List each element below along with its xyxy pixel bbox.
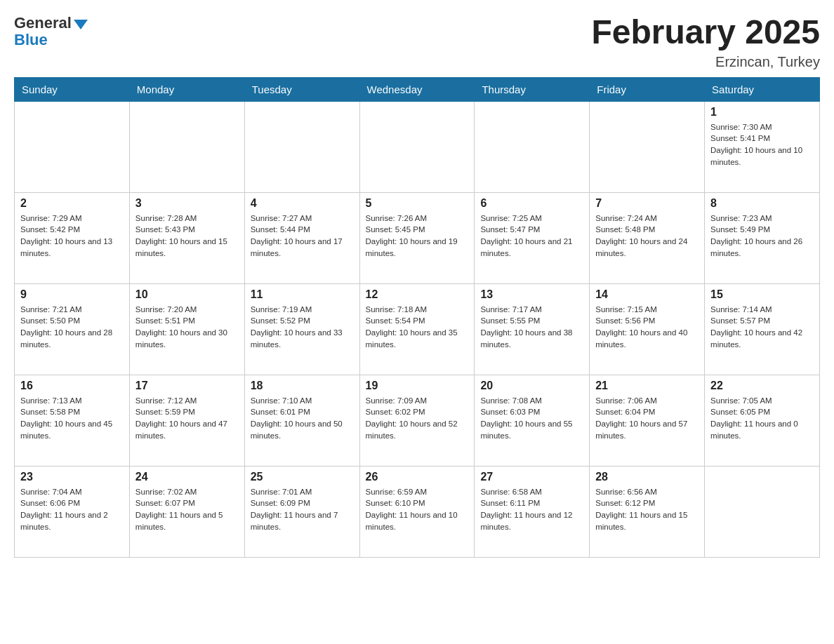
cell-week0-day3 (359, 101, 475, 192)
cell-week2-day5: 14Sunrise: 7:15 AMSunset: 5:56 PMDayligh… (590, 283, 705, 375)
cell-week2-day6: 15Sunrise: 7:14 AMSunset: 5:57 PMDayligh… (705, 283, 820, 375)
day-info: Sunrise: 7:23 AMSunset: 5:49 PMDaylight:… (710, 213, 814, 260)
header-friday: Friday (590, 77, 705, 101)
cell-week3-day1: 17Sunrise: 7:12 AMSunset: 5:59 PMDayligh… (129, 375, 244, 466)
cell-week3-day6: 22Sunrise: 7:05 AMSunset: 6:05 PMDayligh… (705, 375, 820, 466)
location: Erzincan, Turkey (591, 54, 820, 70)
day-number: 22 (710, 380, 814, 392)
cell-week4-day6 (705, 466, 820, 557)
cell-week3-day5: 21Sunrise: 7:06 AMSunset: 6:04 PMDayligh… (590, 375, 705, 466)
cell-week4-day0: 23Sunrise: 7:04 AMSunset: 6:06 PMDayligh… (15, 466, 130, 557)
cell-week4-day4: 27Sunrise: 6:58 AMSunset: 6:11 PMDayligh… (475, 466, 590, 557)
day-number: 13 (480, 288, 583, 301)
cell-week1-day2: 4Sunrise: 7:27 AMSunset: 5:44 PMDaylight… (244, 192, 359, 283)
day-info: Sunrise: 6:59 AMSunset: 6:10 PMDaylight:… (366, 486, 469, 533)
cell-week0-day1 (129, 101, 244, 192)
cell-week1-day4: 6Sunrise: 7:25 AMSunset: 5:47 PMDaylight… (475, 192, 590, 283)
day-info: Sunrise: 7:01 AMSunset: 6:09 PMDaylight:… (251, 486, 354, 533)
cell-week0-day5 (590, 101, 705, 192)
page-header: General Blue February 2025 Erzincan, Tur… (14, 14, 820, 70)
day-number: 21 (595, 380, 699, 392)
cell-week3-day4: 20Sunrise: 7:08 AMSunset: 6:03 PMDayligh… (475, 375, 590, 466)
cell-week2-day4: 13Sunrise: 7:17 AMSunset: 5:55 PMDayligh… (475, 283, 590, 375)
day-info: Sunrise: 7:18 AMSunset: 5:54 PMDaylight:… (366, 304, 469, 351)
logo-general-text: General (14, 14, 72, 32)
day-info: Sunrise: 6:58 AMSunset: 6:11 PMDaylight:… (480, 486, 583, 533)
day-info: Sunrise: 7:10 AMSunset: 6:01 PMDaylight:… (251, 395, 354, 442)
day-number: 3 (135, 197, 239, 210)
day-info: Sunrise: 7:20 AMSunset: 5:51 PMDaylight:… (135, 304, 239, 351)
cell-week1-day1: 3Sunrise: 7:28 AMSunset: 5:43 PMDaylight… (129, 192, 244, 283)
day-number: 24 (135, 471, 239, 483)
cell-week3-day3: 19Sunrise: 7:09 AMSunset: 6:02 PMDayligh… (359, 375, 475, 466)
cell-week4-day5: 28Sunrise: 6:56 AMSunset: 6:12 PMDayligh… (590, 466, 705, 557)
logo-blue-text: Blue (14, 31, 48, 49)
cell-week0-day2 (244, 101, 359, 192)
cell-week1-day6: 8Sunrise: 7:23 AMSunset: 5:49 PMDaylight… (705, 192, 820, 283)
cell-week4-day1: 24Sunrise: 7:02 AMSunset: 6:07 PMDayligh… (129, 466, 244, 557)
week-row-4: 23Sunrise: 7:04 AMSunset: 6:06 PMDayligh… (15, 466, 820, 557)
day-number: 9 (20, 288, 124, 301)
cell-week0-day4 (475, 101, 590, 192)
day-info: Sunrise: 7:30 AMSunset: 5:41 PMDaylight:… (710, 121, 814, 168)
day-number: 5 (366, 197, 469, 210)
cell-week4-day2: 25Sunrise: 7:01 AMSunset: 6:09 PMDayligh… (244, 466, 359, 557)
calendar: Sunday Monday Tuesday Wednesday Thursday… (14, 77, 820, 558)
day-number: 1 (710, 106, 814, 119)
day-number: 8 (710, 197, 814, 210)
day-number: 17 (135, 380, 239, 392)
header-monday: Monday (129, 77, 244, 101)
day-number: 25 (251, 471, 354, 483)
day-info: Sunrise: 7:25 AMSunset: 5:47 PMDaylight:… (480, 213, 583, 260)
day-number: 26 (366, 471, 469, 483)
cell-week2-day0: 9Sunrise: 7:21 AMSunset: 5:50 PMDaylight… (15, 283, 130, 375)
day-number: 6 (480, 197, 583, 210)
day-number: 23 (20, 471, 124, 483)
day-info: Sunrise: 7:24 AMSunset: 5:48 PMDaylight:… (595, 213, 699, 260)
day-number: 14 (595, 288, 699, 301)
day-info: Sunrise: 7:21 AMSunset: 5:50 PMDaylight:… (20, 304, 124, 351)
day-info: Sunrise: 7:05 AMSunset: 6:05 PMDaylight:… (710, 395, 814, 442)
logo-general: General (14, 14, 88, 32)
cell-week0-day0 (15, 101, 130, 192)
header-wednesday: Wednesday (359, 77, 475, 101)
cell-week1-day0: 2Sunrise: 7:29 AMSunset: 5:42 PMDaylight… (15, 192, 130, 283)
day-number: 4 (251, 197, 354, 210)
header-thursday: Thursday (475, 77, 590, 101)
day-info: Sunrise: 7:27 AMSunset: 5:44 PMDaylight:… (251, 213, 354, 260)
day-info: Sunrise: 7:02 AMSunset: 6:07 PMDaylight:… (135, 486, 239, 533)
day-number: 27 (480, 471, 583, 483)
day-info: Sunrise: 7:09 AMSunset: 6:02 PMDaylight:… (366, 395, 469, 442)
cell-week3-day2: 18Sunrise: 7:10 AMSunset: 6:01 PMDayligh… (244, 375, 359, 466)
header-sunday: Sunday (15, 77, 130, 101)
day-info: Sunrise: 7:08 AMSunset: 6:03 PMDaylight:… (480, 395, 583, 442)
week-row-2: 9Sunrise: 7:21 AMSunset: 5:50 PMDaylight… (15, 283, 820, 375)
day-number: 7 (595, 197, 699, 210)
day-info: Sunrise: 7:04 AMSunset: 6:06 PMDaylight:… (20, 486, 124, 533)
week-row-3: 16Sunrise: 7:13 AMSunset: 5:58 PMDayligh… (15, 375, 820, 466)
week-row-0: 1Sunrise: 7:30 AMSunset: 5:41 PMDaylight… (15, 101, 820, 192)
day-number: 20 (480, 380, 583, 392)
logo: General Blue (14, 14, 88, 49)
cell-week2-day2: 11Sunrise: 7:19 AMSunset: 5:52 PMDayligh… (244, 283, 359, 375)
day-info: Sunrise: 7:15 AMSunset: 5:56 PMDaylight:… (595, 304, 699, 351)
day-number: 18 (251, 380, 354, 392)
day-number: 12 (366, 288, 469, 301)
logo-arrow-icon (74, 20, 88, 29)
day-number: 15 (710, 288, 814, 301)
cell-week0-day6: 1Sunrise: 7:30 AMSunset: 5:41 PMDaylight… (705, 101, 820, 192)
cell-week1-day5: 7Sunrise: 7:24 AMSunset: 5:48 PMDaylight… (590, 192, 705, 283)
month-title: February 2025 (591, 14, 820, 51)
day-number: 16 (20, 380, 124, 392)
day-info: Sunrise: 7:28 AMSunset: 5:43 PMDaylight:… (135, 213, 239, 260)
title-block: February 2025 Erzincan, Turkey (591, 14, 820, 70)
cell-week1-day3: 5Sunrise: 7:26 AMSunset: 5:45 PMDaylight… (359, 192, 475, 283)
day-info: Sunrise: 7:13 AMSunset: 5:58 PMDaylight:… (20, 395, 124, 442)
day-number: 28 (595, 471, 699, 483)
cell-week4-day3: 26Sunrise: 6:59 AMSunset: 6:10 PMDayligh… (359, 466, 475, 557)
day-info: Sunrise: 7:12 AMSunset: 5:59 PMDaylight:… (135, 395, 239, 442)
day-info: Sunrise: 7:17 AMSunset: 5:55 PMDaylight:… (480, 304, 583, 351)
header-tuesday: Tuesday (244, 77, 359, 101)
day-info: Sunrise: 7:19 AMSunset: 5:52 PMDaylight:… (251, 304, 354, 351)
header-saturday: Saturday (705, 77, 820, 101)
